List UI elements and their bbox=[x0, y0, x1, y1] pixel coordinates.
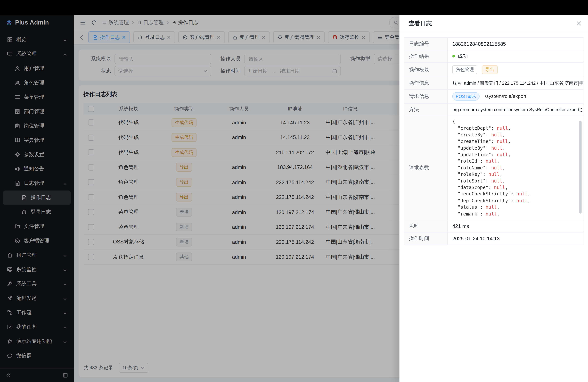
request-url: /system/role/export bbox=[485, 93, 526, 99]
request-params-value: { "createDept": null, "createBy": null, … bbox=[447, 116, 583, 220]
detail-row-module: 操作模块 角色管理 导出 bbox=[404, 63, 583, 77]
detail-row-request: 请求信息 POST请求 /system/role/export bbox=[404, 89, 583, 104]
action-tag: 导出 bbox=[482, 65, 498, 74]
drawer-title: 查看日志 bbox=[408, 20, 576, 27]
result-value: 成功 bbox=[447, 50, 583, 63]
success-dot bbox=[452, 55, 455, 57]
request-info-value: POST请求 /system/role/export bbox=[447, 89, 583, 104]
module-tag: 角色管理 bbox=[452, 65, 477, 74]
duration-value: 421 ms bbox=[447, 220, 583, 232]
operation-time-value: 2025-01-24 10:14:13 bbox=[447, 232, 583, 245]
app-window: Plus Admin 概览 系统管理 用户管理 角色管理 bbox=[0, 0, 588, 382]
detail-row-duration: 耗时 421 ms bbox=[404, 220, 583, 232]
detail-row-log-id: 日志编号 1882612840802115585 bbox=[404, 38, 583, 50]
view-log-drawer: 查看日志 日志编号 1882612840802115585 操作结果 成功 操作… bbox=[399, 15, 588, 382]
code-scrollbar-thumb[interactable] bbox=[579, 121, 582, 213]
detail-row-info: 操作信息 账号: admin / 研发部门 / 222.175.114.242 … bbox=[404, 77, 583, 89]
close-drawer-icon[interactable] bbox=[576, 21, 582, 26]
detail-row-result: 操作结果 成功 bbox=[404, 50, 583, 63]
detail-row-method: 方法 org.dromara.system.controller.system.… bbox=[404, 104, 583, 116]
detail-row-params: 请求参数 { "createDept": null, "createBy": n… bbox=[404, 116, 583, 220]
http-method-tag: POST请求 bbox=[452, 92, 480, 101]
operation-info-value: 账号: admin / 研发部门 / 222.175.114.242 / 中国|… bbox=[447, 77, 583, 89]
method-value: org.dromara.system.controller.system.Sys… bbox=[447, 104, 583, 116]
module-value: 角色管理 导出 bbox=[447, 63, 583, 77]
drawer-body: 日志编号 1882612840802115585 操作结果 成功 操作模块 角色… bbox=[399, 32, 588, 250]
log-detail-table: 日志编号 1882612840802115585 操作结果 成功 操作模块 角色… bbox=[404, 37, 583, 245]
json-code-block: { "createDept": null, "createBy": null, … bbox=[452, 119, 579, 217]
log-id-value: 1882612840802115585 bbox=[447, 38, 583, 50]
detail-row-time: 操作时间 2025-01-24 10:14:13 bbox=[404, 232, 583, 245]
drawer-header: 查看日志 bbox=[399, 15, 588, 32]
